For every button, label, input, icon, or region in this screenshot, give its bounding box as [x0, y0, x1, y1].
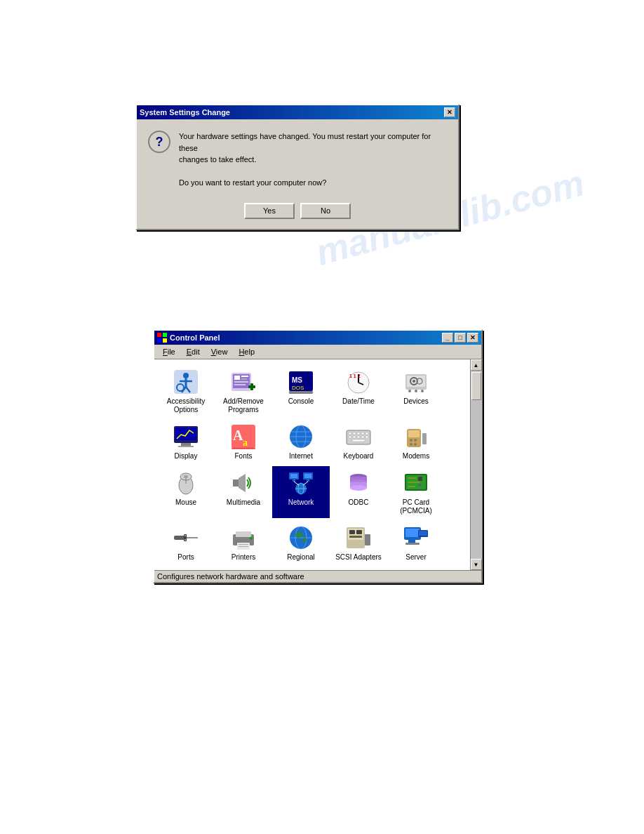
scroll-down-button[interactable]: ▼ — [471, 559, 482, 570]
minimize-button[interactable]: _ — [442, 333, 453, 343]
svg-rect-53 — [353, 432, 356, 435]
svg-rect-122 — [405, 543, 420, 545]
printers-icon — [229, 524, 257, 552]
modems-label: Modems — [403, 452, 429, 461]
svg-rect-52 — [349, 432, 351, 435]
datetime-icon: 1 1 2 — [344, 368, 373, 396]
icon-regional[interactable]: Regional — [272, 521, 330, 564]
icon-keyboard[interactable]: Keyboard — [330, 420, 387, 463]
display-icon — [172, 423, 200, 451]
internet-icon — [287, 423, 315, 451]
yes-button[interactable]: Yes — [244, 203, 295, 219]
svg-text:A: A — [233, 428, 243, 443]
svg-rect-77 — [290, 474, 297, 478]
svg-rect-120 — [405, 529, 420, 537]
svg-text:MS: MS — [292, 376, 302, 384]
cp-menubar: File Edit View Help — [154, 345, 481, 359]
multimedia-icon — [229, 469, 257, 497]
icon-scsi-adapters[interactable]: SCSI Adapters — [330, 521, 387, 564]
icon-odbc[interactable]: ODBC — [330, 466, 387, 518]
icon-modems[interactable]: Modems — [387, 420, 445, 463]
server-label: Server — [405, 553, 426, 562]
icon-network[interactable]: Network — [272, 466, 330, 518]
svg-rect-105 — [236, 531, 251, 537]
svg-rect-114 — [365, 534, 370, 545]
scsi-icon — [344, 524, 373, 552]
svg-rect-40 — [181, 443, 191, 446]
icon-add-remove-programs[interactable]: Add/RemovePrograms — [215, 365, 272, 417]
regional-label: Regional — [287, 553, 314, 562]
svg-rect-41 — [178, 446, 194, 447]
svg-rect-69 — [422, 433, 427, 444]
devices-label: Devices — [403, 397, 429, 406]
display-label: Display — [175, 452, 198, 461]
dialog-close-button[interactable]: ✕ — [444, 107, 455, 117]
svg-point-91 — [350, 485, 367, 491]
dialog-message-line1: Your hardware settings have changed. You… — [179, 131, 447, 154]
windows-logo-icon — [157, 333, 167, 343]
icon-server[interactable]: Server — [387, 521, 445, 564]
svg-rect-56 — [365, 432, 368, 435]
icon-multimedia[interactable]: Multimedia — [215, 466, 272, 518]
svg-point-32 — [408, 390, 411, 392]
odbc-icon — [344, 469, 373, 497]
svg-rect-57 — [349, 436, 351, 438]
icon-mouse[interactable]: Mouse — [157, 466, 215, 518]
svg-rect-121 — [408, 540, 415, 543]
menu-edit[interactable]: Edit — [181, 346, 206, 357]
network-label: Network — [288, 498, 314, 507]
svg-rect-61 — [365, 436, 368, 438]
mouse-label: Mouse — [175, 498, 196, 507]
svg-rect-2 — [157, 338, 161, 343]
dialog-titlebar: System Settings Change ✕ — [137, 105, 458, 119]
svg-rect-14 — [241, 376, 248, 377]
menu-help[interactable]: Help — [233, 346, 260, 357]
svg-rect-98 — [418, 484, 421, 486]
scroll-thumb[interactable] — [471, 372, 481, 400]
no-button[interactable]: No — [300, 203, 351, 219]
close-button[interactable]: ✕ — [467, 333, 478, 343]
scroll-track[interactable] — [471, 371, 482, 559]
icon-ports[interactable]: Ports — [157, 521, 215, 564]
keyboard-label: Keyboard — [344, 452, 374, 461]
scsi-label: SCSI Adapters — [335, 553, 382, 562]
dialog-question-icon: ? — [148, 131, 170, 153]
icon-accessibility-options[interactable]: AccessibilityOptions — [157, 365, 215, 417]
svg-line-85 — [294, 482, 299, 485]
menu-view[interactable]: View — [206, 346, 234, 357]
maximize-button[interactable]: □ — [455, 333, 466, 343]
svg-rect-108 — [239, 546, 248, 547]
network-icon — [287, 469, 315, 497]
icon-fonts[interactable]: A a Fonts — [215, 420, 272, 463]
ports-icon — [172, 524, 200, 552]
svg-text:a: a — [243, 437, 248, 448]
internet-label: Internet — [289, 452, 313, 461]
icon-devices[interactable]: Devices — [387, 365, 445, 417]
svg-rect-97 — [418, 477, 422, 481]
fonts-icon: A a — [229, 423, 257, 451]
svg-rect-3 — [163, 338, 167, 343]
statusbar-text: Configures network hardware and software — [157, 572, 304, 581]
svg-rect-1 — [163, 333, 167, 337]
icon-console[interactable]: MS DOS Console — [272, 365, 330, 417]
svg-rect-100 — [185, 537, 198, 538]
svg-rect-55 — [361, 432, 364, 435]
system-settings-dialog: System Settings Change ✕ ? Your hardware… — [135, 104, 459, 230]
menu-file[interactable]: File — [157, 346, 181, 357]
svg-point-36 — [412, 380, 415, 383]
scroll-up-button[interactable]: ▲ — [471, 359, 482, 371]
icon-datetime[interactable]: 1 1 2 Date/Time — [330, 365, 387, 417]
svg-text:DOS: DOS — [292, 385, 304, 391]
icon-display[interactable]: Display — [157, 420, 215, 463]
server-icon — [402, 524, 430, 552]
multimedia-label: Multimedia — [227, 498, 260, 507]
icon-internet[interactable]: Internet — [272, 420, 330, 463]
svg-rect-117 — [356, 530, 362, 534]
keyboard-icon — [344, 423, 373, 451]
console-label: Console — [288, 397, 314, 406]
cp-titlebar-left: Control Panel — [157, 333, 220, 343]
svg-rect-124 — [419, 531, 427, 536]
icon-pc-card[interactable]: PC Card(PCMCIA) — [387, 466, 445, 518]
icon-printers[interactable]: Printers — [215, 521, 272, 564]
svg-rect-54 — [357, 432, 360, 435]
